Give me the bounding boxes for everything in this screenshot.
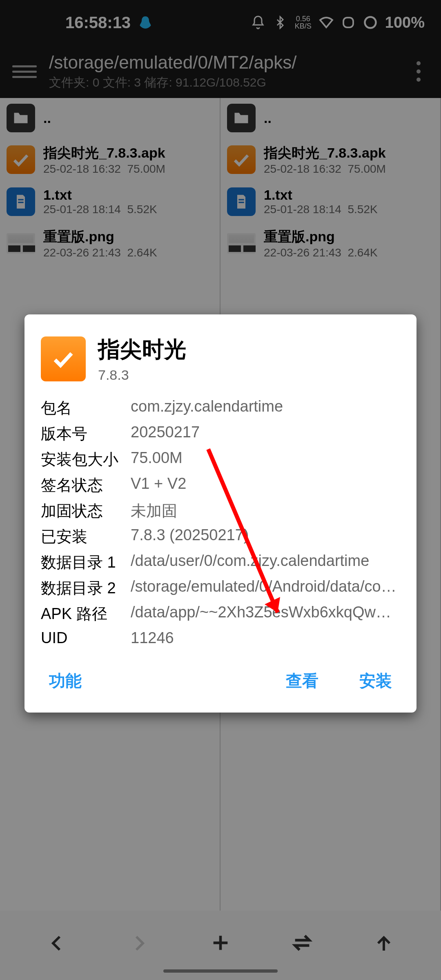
row-apkpath: APK 路径/data/app/~~2Xh3Z5esWxb6xkqQwm5MhA…: [41, 601, 400, 627]
function-button[interactable]: 功能: [49, 670, 82, 692]
row-datadir1: 数据目录 1/data/user/0/com.zjzy.calendartime: [41, 550, 400, 575]
view-button[interactable]: 查看: [286, 670, 318, 692]
row-package: 包名com.zjzy.calendartime: [41, 395, 400, 421]
row-size: 安装包大小75.00M: [41, 447, 400, 472]
row-uid: UID11246: [41, 627, 400, 649]
dialog-app-name: 指尖时光: [98, 335, 186, 365]
row-versioncode: 版本号20250217: [41, 421, 400, 447]
dialog-app-version: 7.8.3: [98, 367, 186, 383]
row-hardening: 加固状态未加固: [41, 498, 400, 524]
row-datadir2: 数据目录 2/storage/emulated/0/Android/data/c…: [41, 575, 400, 601]
row-sign: 签名状态V1 + V2: [41, 472, 400, 498]
apk-info-dialog: 指尖时光 7.8.3 包名com.zjzy.calendartime 版本号20…: [24, 314, 416, 713]
apk-icon: [41, 336, 86, 381]
row-installed: 已安装7.8.3 (20250217): [41, 524, 400, 550]
install-button[interactable]: 安装: [359, 670, 392, 692]
